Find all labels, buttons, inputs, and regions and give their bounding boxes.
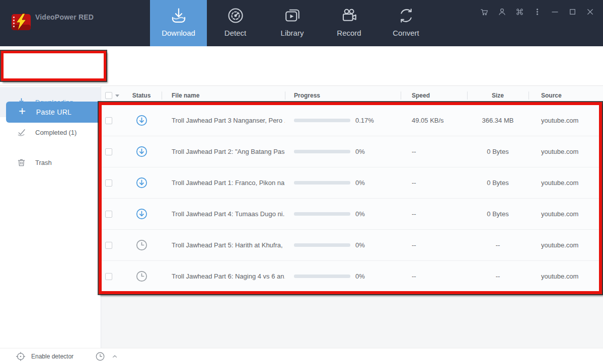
row-checkbox[interactable] (105, 148, 112, 155)
table-row[interactable]: Troll Jawhead Part 3 Nanganser, Pero ...… (101, 105, 603, 136)
file-name: Troll Jawhead Part 5: Harith at Khufra, … (162, 241, 285, 249)
source: youtube.com (529, 117, 603, 124)
progress-bar (294, 119, 350, 122)
column-header-status[interactable]: Status (121, 86, 162, 105)
table-row[interactable]: Troll Jawhead Part 2: "Ang Batang Pas...… (101, 136, 603, 167)
row-checkbox[interactable] (105, 117, 112, 124)
tab-label: Detect (224, 29, 246, 37)
maximize-icon[interactable] (567, 7, 577, 17)
column-header-file-name[interactable]: File name (162, 86, 285, 105)
enable-detector-label[interactable]: Enable detector (31, 353, 73, 360)
paste-url-label: Paste URL (6, 108, 102, 116)
sidebar: Downloading Completed (1) Trash (0, 85, 101, 348)
main-nav: Download Detect Library Recor (150, 0, 434, 46)
schedule-clock-icon[interactable] (95, 351, 106, 362)
table-row[interactable]: Troll Jawhead Part 4: Tumaas Dugo ni... … (101, 199, 603, 230)
select-dropdown-caret-icon[interactable] (115, 95, 119, 97)
tab-record[interactable]: Record (321, 0, 378, 46)
speed: -- (401, 179, 467, 187)
size: -- (467, 272, 529, 280)
table-row[interactable]: Troll Jawhead Part 6: Naging 4 vs 6 an..… (101, 261, 603, 292)
titlebar: VideoPower RED Download Detect (0, 0, 603, 46)
cart-icon[interactable] (479, 7, 489, 17)
tab-convert[interactable]: Convert (378, 0, 434, 46)
size: -- (467, 241, 529, 249)
source: youtube.com (529, 210, 603, 218)
source: youtube.com (529, 148, 603, 155)
titlebar-icons (479, 7, 595, 17)
speed: -- (401, 241, 467, 249)
tab-label: Download (162, 29, 195, 37)
app-logo-icon (11, 13, 31, 32)
chevron-up-icon[interactable] (112, 353, 118, 359)
footer-bar: Enable detector (0, 348, 603, 364)
progress-bar (294, 150, 350, 153)
speed: -- (401, 148, 467, 155)
close-icon[interactable] (585, 7, 595, 17)
progress-bar (294, 275, 350, 278)
row-checkbox[interactable] (105, 211, 112, 218)
sidebar-item-trash[interactable]: Trash (0, 147, 101, 177)
tab-detect[interactable]: Detect (207, 0, 264, 46)
minimize-icon[interactable] (550, 7, 560, 17)
row-checkbox[interactable] (105, 273, 112, 280)
progress-bar (294, 243, 350, 247)
command-icon[interactable] (514, 7, 524, 17)
kebab-menu-icon[interactable] (532, 7, 542, 17)
progress-bar (294, 181, 350, 185)
circle-clock-icon[interactable] (135, 269, 148, 283)
tab-label: Convert (393, 29, 419, 37)
column-header-source[interactable]: Source (529, 86, 603, 105)
user-icon[interactable] (497, 7, 507, 17)
detector-target-icon[interactable] (15, 351, 26, 362)
detect-icon (227, 7, 245, 25)
column-header-size[interactable]: Size (467, 86, 529, 105)
record-icon (340, 7, 358, 25)
file-name: Troll Jawhead Part 6: Naging 4 vs 6 an..… (162, 272, 285, 280)
progress-percent: 0% (355, 210, 365, 218)
tab-download[interactable]: Download (150, 0, 207, 46)
size: 0 Bytes (467, 148, 529, 155)
sidebar-item-label: Trash (35, 159, 52, 166)
circle-down-arrow-icon[interactable] (135, 207, 148, 221)
row-checkbox[interactable] (105, 242, 112, 249)
table-row[interactable]: Troll Jawhead Part 5: Harith at Khufra, … (101, 230, 603, 261)
check-icon (16, 127, 27, 138)
progress-bar (294, 212, 350, 216)
source: youtube.com (529, 241, 603, 249)
download-icon (170, 7, 188, 25)
toolbar: + Paste URL (0, 46, 603, 85)
circle-down-arrow-icon[interactable] (135, 145, 148, 158)
progress-percent: 0% (355, 179, 365, 187)
tab-library[interactable]: Library (264, 0, 321, 46)
sidebar-item-label: Completed (1) (35, 129, 77, 136)
progress-percent: 0% (355, 148, 365, 155)
select-all-cell (101, 86, 121, 105)
circle-clock-icon[interactable] (135, 238, 148, 252)
file-name: Troll Jawhead Part 4: Tumaas Dugo ni... (162, 210, 285, 218)
column-header-speed[interactable]: Speed (401, 86, 467, 105)
row-checkbox[interactable] (105, 179, 112, 187)
progress-percent: 0.17% (355, 117, 374, 124)
table-body: Troll Jawhead Part 3 Nanganser, Pero ...… (101, 105, 603, 292)
column-header-progress[interactable]: Progress (285, 86, 401, 105)
progress-percent: 0% (355, 241, 365, 249)
circle-down-arrow-icon[interactable] (135, 114, 148, 127)
paste-url-button[interactable]: + Paste URL (6, 102, 102, 123)
speed: 49.05 KB/s (401, 117, 467, 124)
select-all-checkbox[interactable] (105, 92, 112, 99)
download-table: Status File name Progress Speed Size Sou… (101, 85, 603, 348)
table-row[interactable]: Troll Jawhead Part 1: Franco, Pikon na..… (101, 167, 603, 199)
source: youtube.com (529, 272, 603, 280)
circle-down-arrow-icon[interactable] (135, 176, 148, 190)
library-icon (283, 7, 302, 25)
file-name: Troll Jawhead Part 2: "Ang Batang Pas... (162, 148, 285, 155)
size: 366.34 MB (467, 117, 529, 124)
source: youtube.com (529, 179, 603, 187)
progress-percent: 0% (355, 272, 365, 280)
size: 0 Bytes (467, 210, 529, 218)
size: 0 Bytes (467, 179, 529, 187)
convert-icon (397, 7, 415, 25)
app-title: VideoPower RED (35, 13, 94, 21)
speed: -- (401, 272, 467, 280)
